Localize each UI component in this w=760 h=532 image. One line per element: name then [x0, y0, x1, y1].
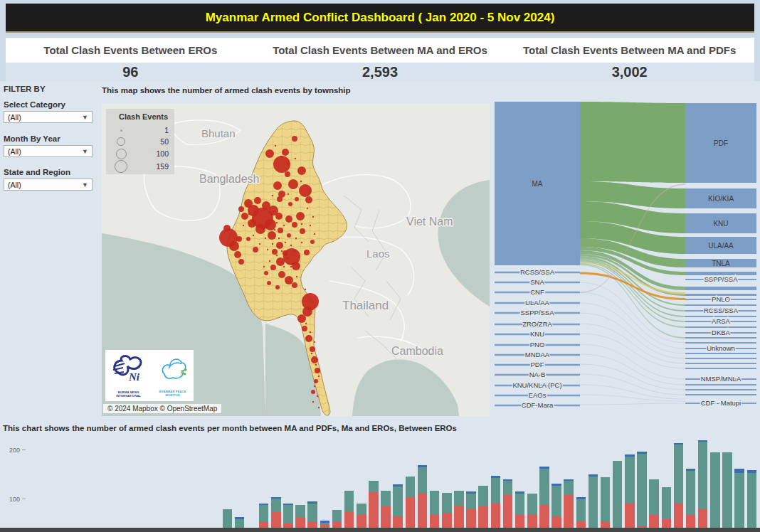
clash-dot[interactable] [295, 238, 297, 239]
clash-dot[interactable] [290, 266, 292, 267]
clash-bubble[interactable] [295, 197, 299, 201]
clash-dot[interactable] [285, 242, 286, 243]
stacked-bar[interactable] [283, 504, 293, 528]
clash-bubble[interactable] [275, 285, 280, 289]
clash-bubble[interactable] [246, 237, 250, 241]
clash-dot[interactable] [253, 235, 254, 236]
clash-bubble[interactable] [265, 219, 276, 230]
map-panel[interactable]: BhutanBangladeshViet NamLaosThailandCamb… [102, 103, 490, 416]
stacked-bar[interactable] [454, 491, 464, 528]
clash-dot[interactable] [287, 163, 289, 164]
sankey-flow[interactable] [580, 102, 685, 183]
clash-bubble[interactable] [283, 250, 288, 256]
stacked-bar[interactable] [601, 477, 611, 528]
clash-dot[interactable] [307, 208, 308, 209]
clash-bubble[interactable] [302, 326, 307, 331]
clash-dot[interactable] [314, 385, 315, 387]
stacked-bar[interactable] [307, 501, 317, 528]
stacked-bar[interactable] [295, 505, 305, 528]
stacked-bar[interactable] [625, 454, 635, 528]
clash-bubble[interactable] [297, 314, 306, 323]
clash-bubble[interactable] [234, 251, 241, 258]
clash-dot[interactable] [314, 233, 315, 235]
clash-dot[interactable] [275, 145, 276, 147]
bar-chart-canvas[interactable] [0, 434, 760, 528]
clash-bubble[interactable] [248, 219, 256, 228]
clash-bubble[interactable] [254, 197, 261, 204]
clash-bubble[interactable] [288, 202, 292, 206]
stacked-bar[interactable] [613, 461, 623, 528]
stacked-bar[interactable] [442, 493, 452, 528]
clash-bubble[interactable] [255, 224, 265, 234]
stacked-bar[interactable] [710, 452, 720, 528]
stacked-bar[interactable] [503, 479, 513, 528]
clash-dot[interactable] [280, 156, 282, 157]
clash-bubble[interactable] [272, 249, 278, 255]
clash-dot[interactable] [312, 309, 313, 310]
stacked-bar[interactable] [576, 497, 586, 528]
stacked-bar[interactable] [698, 440, 708, 528]
clash-bubble[interactable] [311, 356, 318, 363]
clash-dot[interactable] [265, 238, 266, 239]
clash-bubble[interactable] [238, 206, 244, 212]
stacked-bar[interactable] [271, 497, 281, 528]
clash-dot[interactable] [296, 276, 297, 277]
clash-dot[interactable] [248, 213, 250, 215]
clash-dot[interactable] [283, 225, 285, 226]
stacked-bar[interactable] [539, 467, 549, 528]
clash-bubble[interactable] [244, 199, 253, 208]
stacked-bar[interactable] [223, 509, 233, 528]
month-by-year-dropdown[interactable]: (All) ▼ [4, 145, 93, 157]
clash-bubble[interactable] [304, 250, 310, 255]
stacked-bar[interactable] [418, 465, 428, 528]
clash-dot[interactable] [283, 266, 285, 267]
clash-bubble[interactable] [223, 225, 231, 232]
clash-dot[interactable] [274, 229, 275, 230]
clash-dot[interactable] [301, 242, 302, 243]
clash-bubble[interactable] [278, 228, 283, 233]
clash-bubble[interactable] [296, 212, 305, 220]
clash-dot[interactable] [272, 195, 273, 196]
stacked-bar[interactable] [320, 521, 330, 528]
stacked-bar[interactable] [649, 479, 659, 528]
stacked-bar[interactable] [589, 474, 598, 528]
clash-bubble[interactable] [311, 390, 315, 394]
clash-bubble[interactable] [315, 368, 320, 373]
clash-dot[interactable] [312, 216, 314, 218]
clash-bubble[interactable] [292, 282, 297, 288]
clash-bubble[interactable] [265, 149, 274, 158]
clash-bubble[interactable] [314, 379, 318, 383]
clash-dot[interactable] [287, 193, 289, 195]
clash-dot[interactable] [312, 401, 314, 403]
clash-dot[interactable] [269, 260, 270, 262]
clash-dot[interactable] [281, 250, 283, 252]
clash-bubble[interactable] [278, 271, 285, 278]
clash-bubble[interactable] [229, 241, 239, 251]
stacked-bar[interactable] [551, 484, 561, 528]
stacked-bar[interactable] [478, 486, 488, 528]
clash-dot[interactable] [294, 250, 295, 252]
clash-dot[interactable] [318, 407, 320, 408]
stacked-bar[interactable] [734, 469, 744, 528]
clash-dot[interactable] [263, 209, 265, 211]
clash-bubble[interactable] [238, 259, 244, 265]
clash-dot[interactable] [318, 376, 320, 377]
stacked-bar[interactable] [406, 477, 416, 528]
clash-dot[interactable] [305, 289, 306, 290]
clash-bubble[interactable] [285, 216, 292, 223]
clash-bubble[interactable] [305, 335, 312, 342]
clash-bubble[interactable] [236, 236, 242, 242]
clash-dot[interactable] [305, 323, 307, 324]
stacked-bar[interactable] [722, 452, 732, 528]
clash-bubble[interactable] [292, 136, 297, 142]
clash-bubble[interactable] [264, 271, 268, 275]
clash-bubble[interactable] [276, 242, 283, 249]
sankey-canvas[interactable]: MARCSS/SSASNACNFULA/AASSPP/SSAZRO/ZRAKNU… [491, 91, 760, 421]
select-category-dropdown[interactable]: (All) ▼ [4, 111, 93, 123]
stacked-bar[interactable] [686, 469, 696, 528]
stacked-bar[interactable] [357, 504, 366, 528]
clash-dot[interactable] [310, 225, 311, 226]
clash-bubble[interactable] [270, 265, 276, 270]
sankey-node-bar[interactable] [685, 287, 756, 290]
stacked-bar[interactable] [466, 491, 476, 528]
